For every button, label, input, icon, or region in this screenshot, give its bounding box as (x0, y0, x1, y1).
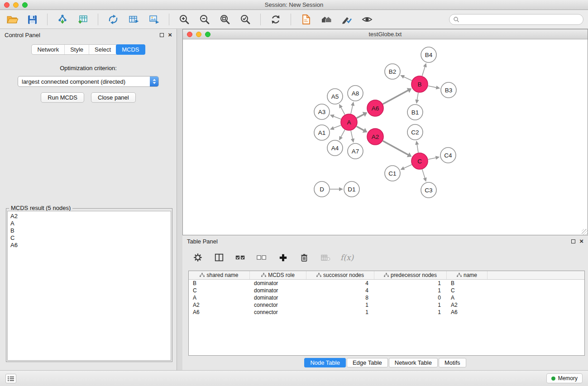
criterion-dropdown[interactable]: largest connected component (directed) (18, 76, 159, 87)
graph-edge-B-B3[interactable] (428, 86, 437, 88)
column-header-shared-name[interactable]: shared name (189, 271, 250, 279)
close-window-button[interactable] (4, 2, 10, 8)
graph-edge-B-B4[interactable] (422, 67, 425, 76)
graph-node-B3[interactable]: B3 (441, 82, 456, 98)
table-row[interactable]: Adominator80A (189, 294, 584, 301)
network-canvas[interactable]: B4B2BB3A5A8A6A3B1AA1C2A2A4A7C4CC1C3DD1 (183, 39, 588, 235)
graph-edge-A-A4[interactable] (341, 130, 345, 138)
save-icon[interactable] (26, 13, 38, 26)
network-minimize-button[interactable] (196, 32, 201, 37)
tab-network[interactable]: Network (32, 45, 64, 54)
tab-style[interactable]: Style (64, 45, 89, 54)
gear-icon[interactable] (191, 251, 204, 264)
graph-edge-A-A3[interactable] (333, 116, 341, 119)
graph-node-A7[interactable]: A7 (348, 143, 363, 159)
graph-edge-A-A1[interactable] (333, 125, 341, 129)
refresh-icon[interactable] (269, 13, 282, 26)
result-item[interactable]: A2 (10, 213, 168, 220)
import-table-icon[interactable] (76, 13, 89, 26)
graph-edge-C-C4[interactable] (428, 157, 436, 159)
graph-edge-A-A5[interactable] (341, 107, 345, 115)
graph-node-A1[interactable]: A1 (314, 125, 330, 140)
import-network-icon[interactable] (56, 13, 69, 26)
export-table-icon[interactable] (127, 13, 140, 26)
table-row[interactable]: A2connector11A2 (189, 301, 584, 309)
graph-node-C1[interactable]: C1 (385, 166, 400, 181)
annotation-icon[interactable] (340, 13, 353, 26)
memory-button[interactable]: Memory (546, 373, 583, 383)
graph-node-A2[interactable]: A2 (367, 129, 383, 145)
graph-node-A8[interactable]: A8 (348, 86, 363, 101)
task-history-button[interactable] (5, 374, 16, 383)
result-item[interactable]: C (10, 234, 168, 242)
add-column-icon[interactable] (277, 251, 289, 264)
session-file-icon[interactable] (300, 13, 312, 26)
select-all-icon[interactable] (234, 251, 247, 264)
graph-node-C2[interactable]: C2 (407, 124, 423, 140)
column-header-mcds-role[interactable]: MCDS role (250, 271, 306, 279)
tab-motifs[interactable]: Motifs (439, 358, 466, 367)
tab-network-table[interactable]: Network Table (389, 358, 438, 367)
result-item[interactable]: A6 (10, 242, 168, 249)
home-icon[interactable] (320, 13, 333, 26)
result-item[interactable]: A (10, 220, 168, 227)
network-zoom-button[interactable] (205, 32, 210, 37)
export-network-icon[interactable] (107, 13, 120, 26)
graph-node-B1[interactable]: B1 (407, 105, 423, 120)
graph-node-A[interactable]: A (341, 114, 357, 130)
run-mcds-button[interactable]: Run MCDS (41, 92, 84, 103)
table-row[interactable]: Bdominator41B (189, 280, 584, 287)
tab-select[interactable]: Select (89, 45, 116, 54)
graph-node-A6[interactable]: A6 (367, 100, 383, 116)
zoom-window-button[interactable] (22, 2, 28, 8)
graph-edge-A-A8[interactable] (351, 105, 353, 114)
graph-edge-A6-B[interactable] (383, 90, 409, 104)
table-row[interactable]: A6connector11A6 (189, 309, 584, 316)
graph-edge-C-C3[interactable] (422, 169, 425, 178)
tab-node-table[interactable]: Node Table (304, 358, 346, 367)
graph-edge-A2-C[interactable] (383, 141, 409, 155)
close-table-panel-icon[interactable]: × (579, 239, 583, 243)
graph-node-D[interactable]: D (314, 181, 330, 197)
close-panel-icon[interactable]: × (168, 33, 172, 37)
graph-node-B4[interactable]: B4 (421, 47, 436, 62)
show-columns-icon[interactable] (213, 251, 225, 264)
open-folder-icon[interactable] (5, 13, 18, 26)
graph-edge-C-C1[interactable] (404, 165, 412, 168)
search-input[interactable] (462, 16, 579, 23)
graph-node-B2[interactable]: B2 (385, 64, 400, 79)
result-item[interactable]: B (10, 227, 168, 234)
graph-node-A4[interactable]: A4 (327, 140, 343, 156)
graph-edge-A-A2[interactable] (357, 126, 364, 130)
graph-node-A5[interactable]: A5 (327, 89, 343, 104)
network-close-button[interactable] (187, 32, 192, 37)
graph-node-C[interactable]: C (411, 153, 428, 169)
zoom-selected-icon[interactable] (239, 13, 252, 26)
delete-row-icon[interactable] (298, 251, 311, 264)
float-table-panel-icon[interactable] (571, 239, 575, 243)
search-box[interactable] (449, 14, 583, 25)
function-builder-icon[interactable]: f(x) (340, 253, 354, 262)
graph-edge-C-C2[interactable] (417, 144, 418, 153)
column-header-predecessor-nodes[interactable]: predecessor nodes (374, 271, 447, 279)
column-header-name[interactable]: name (447, 271, 488, 279)
float-panel-icon[interactable] (160, 33, 164, 37)
graph-node-D1[interactable]: D1 (344, 181, 359, 197)
column-header-successor-nodes[interactable]: successor nodes (306, 271, 374, 279)
tab-edge-table[interactable]: Edge Table (347, 358, 388, 367)
resize-grip[interactable] (582, 229, 588, 235)
graph-node-C3[interactable]: C3 (421, 182, 436, 198)
delete-column-icon[interactable] (319, 251, 332, 264)
zoom-out-icon[interactable] (198, 13, 211, 26)
graph-node-B[interactable]: B (411, 76, 428, 92)
eye-icon[interactable] (361, 13, 373, 26)
mcds-result-list[interactable]: A2ABCA6 (7, 211, 171, 361)
graph-edge-B-B2[interactable] (403, 76, 411, 81)
table-row[interactable]: Cdominator41C (189, 287, 584, 294)
export-image-icon[interactable] (148, 13, 160, 26)
deselect-all-icon[interactable] (255, 251, 268, 264)
graph-node-C4[interactable]: C4 (440, 148, 456, 163)
graph-edge-A-A7[interactable] (351, 131, 353, 139)
zoom-in-icon[interactable] (178, 13, 191, 26)
graph-edge-B-B1[interactable] (417, 93, 418, 100)
